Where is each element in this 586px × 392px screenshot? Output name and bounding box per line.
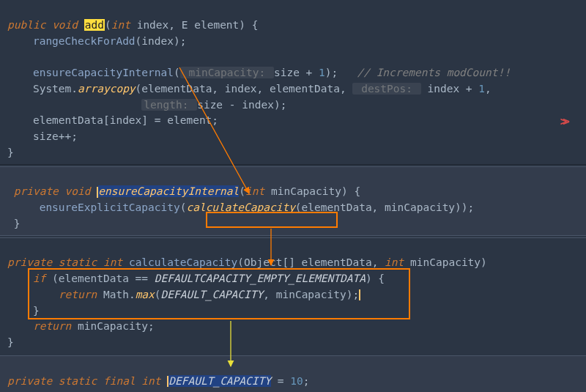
keyword-void: void [52, 19, 78, 31]
text: System. [33, 83, 78, 95]
number: 1 [319, 67, 325, 78]
text: size - index); [197, 99, 286, 111]
text: ; [303, 375, 310, 387]
keyword-int: int [111, 19, 130, 31]
params: minCapacity) { [264, 185, 360, 197]
param-hint-minCapacity: minCapacity: [180, 67, 274, 78]
call-rangeCheckForAdd: rangeCheckForAdd [33, 35, 136, 47]
keyword-public: public [7, 19, 45, 31]
code-block-add[interactable]: public void add(int index, E element) { … [0, 0, 586, 165]
keyword-void: void [65, 185, 91, 197]
annotation-box-calculateCapacity [206, 212, 338, 228]
text: elementData[index] = element; [33, 114, 218, 126]
text: ( [105, 19, 111, 31]
param-hint-length: length: [141, 99, 197, 111]
brace-close: } [14, 218, 21, 229]
keyword-return: return [33, 320, 71, 332]
text: (elementData, index, elementData, [136, 83, 353, 95]
selected-constant: DEFAULT_CAPACITY [168, 375, 271, 387]
text: ); [325, 67, 357, 78]
call-ensureExplicitCapacity: ensureExplicitCapacity [40, 201, 180, 213]
text: size++; [33, 130, 78, 142]
text: minCapacity; [71, 320, 155, 332]
text: ( [174, 67, 180, 78]
code-block-default-capacity[interactable]: private static final int DEFAULT_CAPACIT… [0, 355, 586, 392]
keyword-final: final [103, 375, 136, 387]
highlighted-add: add [84, 19, 105, 31]
keyword-int: int [103, 256, 122, 268]
selected-method-name: ensureCapacityInternal [98, 185, 239, 197]
keyword-int: int [141, 375, 160, 387]
number: 1 [478, 83, 485, 95]
text: (Object[] elementData, [237, 256, 385, 268]
method-name-calculateCapacity: calculateCapacity [129, 256, 237, 268]
keyword-private: private [14, 185, 59, 197]
annotation-box-if-block [28, 268, 410, 319]
number: 10 [290, 375, 303, 387]
call-ensureCapacityInternal: ensureCapacityInternal [33, 67, 174, 78]
keyword-int: int [385, 256, 404, 268]
keyword-int: int [245, 185, 264, 197]
text: (index); [136, 35, 187, 47]
keyword-static: static [59, 375, 97, 387]
text: index + [421, 83, 479, 95]
text: , [485, 83, 492, 95]
keyword-private: private [7, 256, 52, 268]
text: size + [274, 67, 319, 78]
text: minCapacity) [404, 256, 493, 268]
text: = [271, 375, 290, 387]
breakpoint-indicator-icon: >> [560, 113, 565, 130]
text: ( [239, 185, 245, 197]
params: index, E element) { [130, 19, 259, 31]
param-hint-destPos: destPos: [352, 83, 420, 95]
keyword-private: private [7, 375, 52, 387]
call-arraycopy: arraycopy [78, 83, 136, 95]
brace-close: } [7, 336, 14, 348]
comment: // Increments modCount!! [357, 67, 511, 78]
keyword-static: static [59, 256, 97, 268]
brace-close: } [7, 147, 14, 158]
